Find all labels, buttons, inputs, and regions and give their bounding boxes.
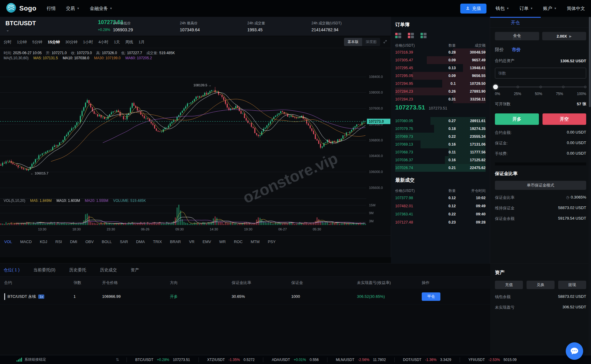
- indicator-dma[interactable]: DMA: [136, 239, 145, 244]
- indicator-psy[interactable]: PSY: [268, 239, 276, 244]
- asset-button-充值[interactable]: 充值: [495, 281, 523, 289]
- single-coin-margin-mode-button[interactable]: 单币保证金模式: [495, 181, 586, 190]
- orderbook-bid-row[interactable]: 107036.370.1617125.82: [395, 156, 486, 164]
- positions-tab-历史委托[interactable]: 历史委托: [69, 267, 86, 273]
- open-long-button[interactable]: 开多: [495, 113, 539, 125]
- orderbook-ask-row[interactable]: 107284.230.3133258.11: [395, 95, 486, 103]
- leverage-button[interactable]: 2.00X ▶: [542, 32, 586, 40]
- indicator-roc[interactable]: ROC: [234, 239, 242, 244]
- timeframe-分时[interactable]: 分时: [4, 39, 11, 45]
- indicator-emv[interactable]: EMV: [203, 239, 211, 244]
- expand-icon[interactable]: [383, 39, 387, 45]
- positions-tab-仓位( 1 )[interactable]: 仓位( 1 ): [4, 267, 20, 273]
- orderbook-ask-row[interactable]: 107294.950.110729.50: [395, 80, 486, 88]
- mini-ticker-change: -2.56%: [358, 358, 369, 362]
- mini-ticker-BTC/USDT[interactable]: BTC/USDT+0.28%107273.51: [127, 357, 199, 362]
- stat-value: 1993.45: [247, 27, 263, 32]
- mini-ticker-DOT/USDT[interactable]: DOT/USDT-1.36%3.3429: [394, 357, 460, 362]
- timeframe-5分钟[interactable]: 5分钟: [32, 39, 42, 45]
- orderbook-ask-row[interactable]: 107284.230.2627893.90: [395, 88, 486, 95]
- tab-market-order[interactable]: 市价: [512, 47, 521, 53]
- timeframe-周线[interactable]: 周线: [125, 39, 133, 45]
- indicator-vr[interactable]: VR: [189, 239, 194, 244]
- customer-support-chat-button[interactable]: [566, 342, 583, 360]
- slider-thumb[interactable]: [493, 85, 498, 89]
- orderbook-bid-row[interactable]: 107069.730.2223555.34: [395, 133, 486, 140]
- indicator-sar[interactable]: SAR: [120, 239, 128, 244]
- orderbook-ask-row[interactable]: 107295.050.099656.55: [395, 72, 486, 80]
- view-depth-tab[interactable]: 深度图: [362, 38, 380, 46]
- timeframe-30分钟[interactable]: 30分钟: [65, 39, 77, 45]
- timeframe-4小时[interactable]: 4小时: [98, 39, 108, 45]
- tab-open-position[interactable]: 开仓: [490, 17, 541, 27]
- timeframe-1天[interactable]: 1天: [114, 39, 120, 45]
- indicator-brar[interactable]: BRAR: [170, 239, 181, 244]
- orderbook-ask-row[interactable]: 107305.470.099657.49: [395, 56, 486, 64]
- book-view-asks-icon[interactable]: [408, 33, 414, 38]
- margin-value-text: 0.3065%: [571, 195, 586, 199]
- pair-chevron-down-icon[interactable]: ⌄: [6, 28, 9, 32]
- slider-labels: 0%25%50%75%100%: [495, 92, 586, 96]
- indicator-vol[interactable]: VOL: [4, 239, 12, 244]
- nav-item-行情[interactable]: 行情: [47, 6, 56, 11]
- quantity-slider[interactable]: [495, 85, 586, 89]
- slider-dot-25[interactable]: [517, 86, 519, 88]
- indicator-macd[interactable]: MACD: [20, 239, 32, 244]
- tab-limit-order[interactable]: 限价: [495, 47, 504, 53]
- margin-mode-button[interactable]: 全仓: [495, 32, 539, 40]
- nav-item-钱包[interactable]: 钱包▼: [496, 6, 509, 11]
- indicator-trix[interactable]: TRIX: [153, 239, 162, 244]
- asset-button-提现[interactable]: 提现: [558, 281, 586, 289]
- indicator-kdj[interactable]: KDJ: [40, 239, 47, 244]
- orderbook-ask-row[interactable]: 107295.450.1313948.41: [395, 64, 486, 72]
- book-view-bids-icon[interactable]: [421, 33, 427, 38]
- slider-dot-50[interactable]: [539, 86, 542, 88]
- deposit-button[interactable]: 充值: [460, 4, 486, 14]
- close-position-button[interactable]: 平仓: [422, 292, 440, 301]
- positions-tab-当前委托(0)[interactable]: 当前委托(0): [33, 267, 55, 273]
- orderbook-bid-row[interactable]: 107079.750.1819274.35: [395, 125, 486, 133]
- orderbook-bid-row[interactable]: 107069.130.1617131.06: [395, 140, 486, 148]
- positions-tab-历史成交[interactable]: 历史成交: [100, 267, 117, 273]
- timeframe-1小时[interactable]: 1小时: [83, 39, 93, 45]
- mini-ticker-YFI/USDT[interactable]: YFI/USDT-2.53%5015.09: [460, 357, 525, 362]
- brand[interactable]: Sogo: [6, 3, 36, 14]
- slider-dot-75[interactable]: [562, 86, 564, 88]
- nav-menu: 行情交易▼金融业务▼: [47, 6, 112, 11]
- orderbook-bid-row[interactable]: 107068.730.1111777.56: [395, 148, 486, 156]
- indicator-dmi[interactable]: DMI: [70, 239, 77, 244]
- page-scrollbar[interactable]: [589, 17, 591, 355]
- positions-tab-资产[interactable]: 资产: [131, 267, 139, 273]
- quantity-input[interactable]: [495, 68, 586, 79]
- indicator-mtm[interactable]: MTM: [251, 239, 260, 244]
- nav-item-账户[interactable]: 账户▼: [543, 6, 557, 11]
- indicator-boll[interactable]: BOLL: [102, 239, 112, 244]
- open-short-button[interactable]: 开空: [543, 113, 586, 125]
- nav-item-金融业务[interactable]: 金融业务▼: [90, 6, 112, 11]
- timeframe-15分钟[interactable]: 15分钟: [48, 39, 60, 45]
- mini-ticker-ADA/USDT[interactable]: ADA/USDT+0.01%0.556: [263, 357, 327, 362]
- orderbook-bid-row[interactable]: 107080.050.2728911.61: [395, 117, 486, 125]
- order-book-asks: 107316.390.2830048.59107305.470.099657.4…: [395, 48, 486, 103]
- nav-item-订单[interactable]: 订单▼: [519, 6, 533, 11]
- mini-ticker-XTZ/USDT[interactable]: XTZ/USDT-1.35%0.5272: [199, 357, 263, 362]
- orderbook-ask-row[interactable]: 107316.390.2830048.59: [395, 48, 486, 56]
- swap-arrows-icon[interactable]: ⇅: [108, 357, 127, 362]
- nav-item-简体中文[interactable]: 简体中文: [567, 6, 585, 11]
- mini-ticker-MLN/USDT[interactable]: MLN/USDT-2.56%11.7802: [327, 357, 394, 362]
- pair-symbol[interactable]: BTC/USDT: [5, 20, 36, 27]
- indicator-rsi[interactable]: RSI: [55, 239, 62, 244]
- slider-dot-100[interactable]: [584, 86, 586, 88]
- nav-item-交易[interactable]: 交易▼: [66, 6, 80, 11]
- indicator-obv[interactable]: OBV: [85, 239, 93, 244]
- orderbook-bid-row[interactable]: 107026.740.2122475.62: [395, 164, 486, 172]
- scrollbar-thumb[interactable]: [589, 17, 591, 107]
- trade-row: 107482.010.1209:49: [395, 202, 486, 210]
- book-view-both-icon[interactable]: [395, 33, 402, 38]
- timeframe-1月[interactable]: 1月: [139, 39, 145, 45]
- trade-amount: 0.12: [431, 196, 456, 200]
- timeframe-1分钟[interactable]: 1分钟: [17, 39, 27, 45]
- view-basic-tab[interactable]: 基本版: [344, 38, 362, 46]
- indicator-wr[interactable]: WR: [219, 239, 226, 244]
- asset-button-兑换[interactable]: 兑换: [527, 281, 555, 289]
